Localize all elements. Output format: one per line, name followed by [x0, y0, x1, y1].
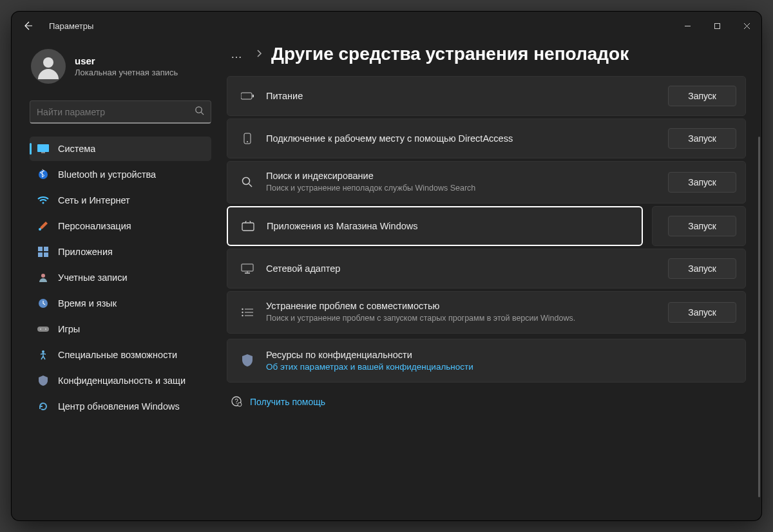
shield-icon: [37, 375, 49, 386]
svg-line-25: [249, 184, 253, 187]
row-title: Сетевой адаптер: [266, 263, 656, 274]
svg-line-4: [201, 112, 204, 115]
sidebar-item-label: Приложения: [58, 247, 113, 257]
sidebar-item-system[interactable]: Система: [30, 137, 211, 161]
svg-point-19: [42, 350, 44, 353]
svg-point-18: [45, 328, 46, 330]
system-icon: [37, 143, 49, 155]
apps-icon: [37, 246, 49, 258]
svg-point-24: [243, 177, 250, 184]
sidebar-item-apps[interactable]: Приложения: [30, 240, 211, 264]
troubleshooter-directaccess: Подключение к рабочему месту с помощью D…: [227, 119, 746, 158]
row-title: Приложения из Магазина Windows: [267, 221, 633, 231]
paintbrush-icon: [37, 220, 49, 232]
sidebar-item-update[interactable]: Центр обновления Windows: [30, 394, 211, 419]
svg-rect-6: [41, 152, 45, 153]
svg-rect-1: [714, 23, 720, 28]
troubleshooter-compat: Устранение проблем с совместимостью Поис…: [227, 291, 746, 334]
window-title: Параметры: [49, 21, 93, 31]
breadcrumb-ellipsis[interactable]: …: [227, 46, 247, 62]
svg-rect-21: [253, 95, 254, 97]
svg-rect-5: [37, 144, 49, 152]
run-button[interactable]: Запуск: [668, 302, 736, 323]
sidebar-item-personalization[interactable]: Персонализация: [30, 214, 211, 238]
svg-point-35: [242, 315, 243, 316]
row-title: Питание: [266, 91, 656, 101]
shield-icon: [240, 354, 254, 367]
run-button[interactable]: Запуск: [668, 258, 736, 279]
list-icon: [240, 308, 254, 317]
sidebar-item-gaming[interactable]: Игры: [30, 317, 211, 341]
svg-rect-11: [44, 247, 48, 251]
row-title: Подключение к рабочему месту с помощью D…: [266, 133, 656, 144]
phone-icon: [240, 133, 254, 144]
svg-rect-26: [242, 223, 254, 231]
row-subtitle: Поиск и устранение неполадок службы Wind…: [266, 183, 656, 194]
scrollbar[interactable]: [758, 137, 760, 497]
sidebar-item-accessibility[interactable]: Специальные возможности: [30, 343, 211, 367]
sidebar-item-label: Время и язык: [58, 298, 117, 309]
sidebar-item-label: Игры: [58, 324, 80, 334]
profile-subtitle: Локальная учетная запись: [75, 68, 178, 77]
help-link[interactable]: ? Получить помощь: [227, 383, 746, 422]
run-button[interactable]: Запуск: [668, 172, 736, 193]
accounts-icon: [37, 272, 49, 283]
battery-icon: [240, 92, 254, 100]
svg-rect-12: [38, 252, 43, 257]
accessibility-icon: [37, 349, 49, 361]
svg-point-8: [43, 202, 44, 204]
troubleshooter-power: Питание Запуск: [227, 76, 746, 116]
gamepad-icon: [37, 323, 49, 335]
svg-rect-16: [37, 327, 49, 332]
sidebar-item-label: Конфиденциальность и защи: [58, 375, 186, 386]
sidebar-item-label: Система: [58, 144, 95, 154]
svg-point-33: [242, 309, 243, 310]
minimize-button[interactable]: [673, 15, 702, 36]
svg-point-23: [247, 141, 248, 142]
update-icon: [37, 401, 49, 412]
search-icon: [195, 106, 204, 118]
sidebar-item-privacy[interactable]: Конфиденциальность и защи: [30, 368, 211, 393]
svg-point-17: [40, 328, 41, 330]
avatar: [31, 49, 66, 84]
settings-window: Параметры user Локальная учетная запись: [12, 12, 761, 520]
maximize-button[interactable]: [702, 15, 732, 36]
troubleshooter-store-action: Запуск: [652, 206, 746, 246]
search-box[interactable]: [30, 100, 211, 124]
svg-point-14: [41, 274, 45, 278]
sidebar: user Локальная учетная запись Система Bl…: [12, 40, 218, 520]
wifi-icon: [37, 195, 49, 206]
sidebar-item-bluetooth[interactable]: Bluetooth и устройства: [30, 162, 211, 187]
main-content: … Другие средства устранения неполадок П…: [218, 40, 761, 520]
page-header: … Другие средства устранения неполадок: [227, 44, 746, 64]
store-icon: [241, 221, 255, 231]
row-title: Ресурсы по конфиденциальности: [266, 350, 732, 360]
chevron-right-icon: [256, 50, 262, 59]
titlebar: Параметры: [12, 12, 761, 40]
close-button[interactable]: [732, 15, 761, 36]
run-button[interactable]: Запуск: [668, 216, 736, 236]
privacy-link[interactable]: Об этих параметрах и вашей конфиденциаль…: [266, 362, 732, 372]
sidebar-item-label: Персонализация: [58, 221, 131, 231]
svg-rect-13: [44, 252, 48, 257]
back-button[interactable]: [18, 16, 37, 35]
svg-rect-27: [242, 264, 253, 271]
sidebar-item-label: Специальные возможности: [58, 350, 177, 360]
profile-block[interactable]: user Локальная учетная запись: [30, 45, 211, 95]
troubleshooter-search: Поиск и индексирование Поиск и устранени…: [227, 161, 746, 204]
sidebar-item-accounts[interactable]: Учетные записи: [30, 265, 211, 290]
sidebar-item-time[interactable]: Время и язык: [30, 291, 211, 316]
bluetooth-icon: [37, 169, 49, 180]
sidebar-item-label: Центр обновления Windows: [58, 401, 180, 412]
search-icon: [240, 176, 254, 188]
sidebar-item-network[interactable]: Сеть и Интернет: [30, 188, 211, 213]
run-button[interactable]: Запуск: [668, 86, 736, 106]
svg-rect-20: [241, 93, 252, 99]
help-label: Получить помощь: [250, 397, 325, 407]
sidebar-item-label: Сеть и Интернет: [58, 195, 130, 205]
svg-point-3: [196, 107, 202, 113]
svg-point-2: [43, 57, 53, 68]
search-input[interactable]: [37, 107, 195, 117]
run-button[interactable]: Запуск: [668, 128, 736, 149]
profile-username: user: [75, 55, 178, 66]
